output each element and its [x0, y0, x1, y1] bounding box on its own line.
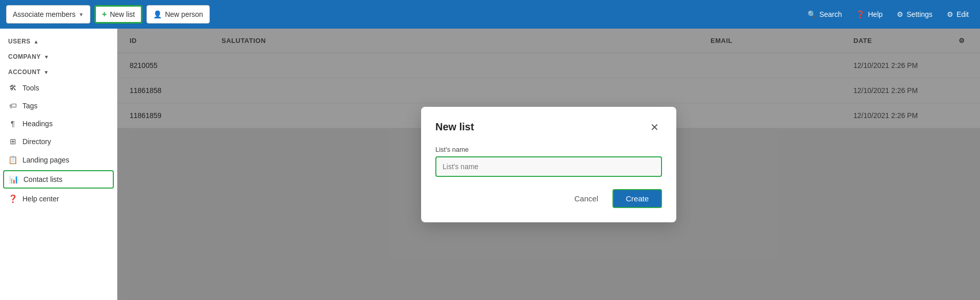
sidebar-item-directory[interactable]: ⊞ Directory: [0, 132, 117, 151]
new-list-label: New list: [110, 10, 135, 18]
search-label: Search: [819, 10, 842, 18]
sidebar-item-landing-pages[interactable]: 📋 Landing pages: [0, 151, 117, 169]
headings-label: Headings: [22, 120, 53, 128]
tools-label: Tools: [22, 84, 39, 92]
layout: USERS ▲ COMPANY ▼ ACCOUNT ▼ 🛠 Tools 🏷 Ta…: [0, 29, 980, 300]
sidebar-item-tools[interactable]: 🛠 Tools: [0, 79, 117, 97]
sidebar-item-headings[interactable]: ¶ Headings: [0, 114, 117, 132]
associate-members-label: Associate members: [13, 10, 76, 18]
help-label: Help: [868, 10, 883, 18]
field-label: List's name: [435, 146, 662, 153]
modal-body: List's name: [435, 146, 662, 177]
cancel-button[interactable]: Cancel: [566, 190, 606, 207]
modal-close-button[interactable]: ✕: [647, 121, 662, 133]
contact-lists-icon: 📊: [9, 175, 18, 184]
directory-label: Directory: [22, 137, 51, 146]
help-button[interactable]: ❓ Help: [851, 5, 888, 24]
sidebar-item-tags[interactable]: 🏷 Tags: [0, 97, 117, 114]
associate-members-button[interactable]: Associate members ▼: [6, 5, 90, 24]
account-arrow-icon: ▼: [44, 70, 49, 75]
sidebar-section-account[interactable]: ACCOUNT ▼: [0, 63, 117, 79]
new-person-button[interactable]: 👤 New person: [146, 5, 210, 24]
list-name-input[interactable]: [437, 158, 660, 175]
help-center-icon: ❓: [8, 194, 17, 203]
top-bar-left: Associate members ▼ + New list 👤 New per…: [6, 5, 798, 24]
main-content: ID Salutation Email Date ⚙ 8210055 12/10…: [117, 29, 980, 300]
search-icon: 🔍: [807, 10, 816, 18]
edit-icon: ⚙: [947, 10, 953, 18]
modal-footer: Cancel Create: [435, 189, 662, 208]
help-center-label: Help center: [22, 195, 59, 203]
tags-icon: 🏷: [8, 101, 17, 110]
new-list-button[interactable]: + New list: [94, 5, 142, 24]
company-arrow-icon: ▼: [44, 54, 49, 60]
contact-lists-label: Contact lists: [23, 175, 62, 183]
plus-icon: +: [102, 10, 107, 19]
new-list-modal: New list ✕ List's name Cancel Create: [421, 107, 676, 222]
tags-label: Tags: [22, 102, 38, 110]
directory-icon: ⊞: [8, 137, 17, 146]
company-section-label: COMPANY: [8, 53, 41, 60]
search-button[interactable]: 🔍 Search: [802, 5, 847, 24]
top-bar: Associate members ▼ + New list 👤 New per…: [0, 0, 980, 29]
settings-button[interactable]: ⚙ Settings: [892, 5, 938, 24]
sidebar-item-help-center[interactable]: ❓ Help center: [0, 190, 117, 208]
landing-pages-icon: 📋: [8, 155, 17, 165]
landing-pages-label: Landing pages: [22, 156, 69, 164]
person-icon: 👤: [153, 10, 162, 18]
edit-button[interactable]: ⚙ Edit: [942, 5, 974, 24]
sidebar: USERS ▲ COMPANY ▼ ACCOUNT ▼ 🛠 Tools 🏷 Ta…: [0, 29, 117, 300]
input-wrapper: [435, 156, 662, 177]
modal-overlay: New list ✕ List's name Cancel Create: [117, 29, 980, 300]
modal-title: New list: [435, 121, 474, 133]
sidebar-item-contact-lists[interactable]: 📊 Contact lists: [3, 170, 114, 189]
sidebar-section-company[interactable]: COMPANY ▼: [0, 48, 117, 63]
account-section-label: ACCOUNT: [8, 68, 41, 76]
modal-header: New list ✕: [435, 121, 662, 133]
chevron-down-icon: ▼: [79, 12, 84, 17]
create-button[interactable]: Create: [612, 189, 662, 208]
new-person-label: New person: [165, 10, 203, 18]
help-icon: ❓: [856, 10, 865, 18]
users-arrow-icon: ▲: [34, 39, 39, 44]
edit-label: Edit: [957, 10, 969, 18]
sidebar-section-users[interactable]: USERS ▲: [0, 33, 117, 48]
settings-icon: ⚙: [897, 10, 903, 18]
headings-icon: ¶: [8, 119, 17, 128]
tools-icon: 🛠: [8, 83, 17, 92]
top-bar-right: 🔍 Search ❓ Help ⚙ Settings ⚙ Edit: [802, 5, 974, 24]
settings-label: Settings: [906, 10, 933, 18]
users-section-label: USERS: [8, 38, 31, 45]
